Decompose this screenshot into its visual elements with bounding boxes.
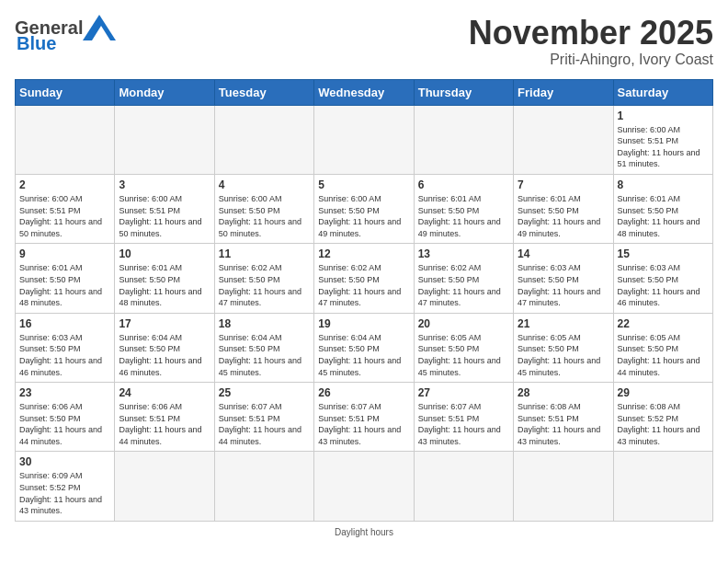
col-saturday: Saturday bbox=[613, 79, 712, 105]
calendar-title-block: November 2025 Priti-Ahingro, Ivory Coast bbox=[469, 15, 713, 68]
day-number: 12 bbox=[318, 247, 409, 260]
table-row: 23Sunrise: 6:06 AMSunset: 5:50 PMDayligh… bbox=[16, 383, 115, 452]
day-info: Sunrise: 6:05 AMSunset: 5:50 PMDaylight:… bbox=[618, 332, 709, 378]
table-row: 10Sunrise: 6:01 AMSunset: 5:50 PMDayligh… bbox=[115, 244, 214, 313]
day-info: Sunrise: 6:02 AMSunset: 5:50 PMDaylight:… bbox=[318, 262, 409, 308]
logo: General Blue bbox=[15, 15, 116, 54]
day-info: Sunrise: 6:09 AMSunset: 5:52 PMDaylight:… bbox=[19, 470, 110, 516]
day-info: Sunrise: 6:06 AMSunset: 5:51 PMDaylight:… bbox=[119, 401, 210, 447]
day-number: 16 bbox=[19, 317, 110, 330]
table-row: 27Sunrise: 6:07 AMSunset: 5:51 PMDayligh… bbox=[414, 383, 513, 452]
day-number: 18 bbox=[219, 317, 310, 330]
table-row: 8Sunrise: 6:01 AMSunset: 5:50 PMDaylight… bbox=[613, 174, 712, 243]
day-info: Sunrise: 6:07 AMSunset: 5:51 PMDaylight:… bbox=[318, 401, 409, 447]
table-row: 1Sunrise: 6:00 AMSunset: 5:51 PMDaylight… bbox=[613, 105, 712, 174]
day-info: Sunrise: 6:08 AMSunset: 5:52 PMDaylight:… bbox=[618, 401, 709, 447]
day-info: Sunrise: 6:02 AMSunset: 5:50 PMDaylight:… bbox=[418, 262, 509, 308]
table-row bbox=[16, 105, 115, 174]
day-number: 24 bbox=[119, 386, 210, 399]
table-row: 22Sunrise: 6:05 AMSunset: 5:50 PMDayligh… bbox=[613, 313, 712, 382]
calendar-header-row: Sunday Monday Tuesday Wednesday Thursday… bbox=[16, 79, 713, 105]
day-number: 19 bbox=[318, 317, 409, 330]
col-monday: Monday bbox=[115, 79, 214, 105]
table-row bbox=[314, 452, 414, 521]
table-row: 20Sunrise: 6:05 AMSunset: 5:50 PMDayligh… bbox=[414, 313, 513, 382]
calendar-table: Sunday Monday Tuesday Wednesday Thursday… bbox=[15, 79, 713, 522]
table-row bbox=[214, 105, 313, 174]
table-row: 16Sunrise: 6:03 AMSunset: 5:50 PMDayligh… bbox=[16, 313, 115, 382]
day-number: 8 bbox=[618, 178, 709, 191]
day-info: Sunrise: 6:04 AMSunset: 5:50 PMDaylight:… bbox=[119, 332, 210, 378]
calendar-row: 30Sunrise: 6:09 AMSunset: 5:52 PMDayligh… bbox=[16, 452, 713, 521]
table-row: 5Sunrise: 6:00 AMSunset: 5:50 PMDaylight… bbox=[314, 174, 414, 243]
day-number: 11 bbox=[219, 247, 310, 260]
table-row bbox=[414, 452, 513, 521]
calendar-row: 16Sunrise: 6:03 AMSunset: 5:50 PMDayligh… bbox=[16, 313, 713, 382]
day-info: Sunrise: 6:00 AMSunset: 5:50 PMDaylight:… bbox=[318, 193, 409, 239]
table-row: 29Sunrise: 6:08 AMSunset: 5:52 PMDayligh… bbox=[613, 383, 712, 452]
day-number: 6 bbox=[418, 178, 509, 191]
col-wednesday: Wednesday bbox=[314, 79, 414, 105]
table-row bbox=[115, 105, 214, 174]
col-tuesday: Tuesday bbox=[214, 79, 313, 105]
calendar-row: 1Sunrise: 6:00 AMSunset: 5:51 PMDaylight… bbox=[16, 105, 713, 174]
day-number: 15 bbox=[618, 247, 709, 260]
table-row: 4Sunrise: 6:00 AMSunset: 5:50 PMDaylight… bbox=[214, 174, 313, 243]
calendar-title: November 2025 bbox=[469, 15, 713, 52]
day-info: Sunrise: 6:01 AMSunset: 5:50 PMDaylight:… bbox=[19, 262, 110, 308]
col-thursday: Thursday bbox=[414, 79, 513, 105]
table-row: 19Sunrise: 6:04 AMSunset: 5:50 PMDayligh… bbox=[314, 313, 414, 382]
day-number: 9 bbox=[19, 247, 110, 260]
day-info: Sunrise: 6:05 AMSunset: 5:50 PMDaylight:… bbox=[518, 332, 609, 378]
day-info: Sunrise: 6:07 AMSunset: 5:51 PMDaylight:… bbox=[418, 401, 509, 447]
day-number: 14 bbox=[518, 247, 609, 260]
day-number: 29 bbox=[618, 386, 709, 399]
table-row: 26Sunrise: 6:07 AMSunset: 5:51 PMDayligh… bbox=[314, 383, 414, 452]
table-row: 25Sunrise: 6:07 AMSunset: 5:51 PMDayligh… bbox=[214, 383, 313, 452]
day-info: Sunrise: 6:00 AMSunset: 5:51 PMDaylight:… bbox=[119, 193, 210, 239]
day-info: Sunrise: 6:00 AMSunset: 5:51 PMDaylight:… bbox=[19, 193, 110, 239]
logo-blue-text: Blue bbox=[17, 33, 56, 54]
table-row bbox=[613, 452, 712, 521]
day-number: 20 bbox=[418, 317, 509, 330]
table-row bbox=[514, 452, 613, 521]
day-number: 25 bbox=[219, 386, 310, 399]
table-row bbox=[115, 452, 214, 521]
table-row: 28Sunrise: 6:08 AMSunset: 5:51 PMDayligh… bbox=[514, 383, 613, 452]
calendar-subtitle: Priti-Ahingro, Ivory Coast bbox=[469, 52, 713, 68]
table-row: 2Sunrise: 6:00 AMSunset: 5:51 PMDaylight… bbox=[16, 174, 115, 243]
calendar-row: 2Sunrise: 6:00 AMSunset: 5:51 PMDaylight… bbox=[16, 174, 713, 243]
day-info: Sunrise: 6:07 AMSunset: 5:51 PMDaylight:… bbox=[219, 401, 310, 447]
day-info: Sunrise: 6:01 AMSunset: 5:50 PMDaylight:… bbox=[618, 193, 709, 239]
day-info: Sunrise: 6:01 AMSunset: 5:50 PMDaylight:… bbox=[119, 262, 210, 308]
table-row: 11Sunrise: 6:02 AMSunset: 5:50 PMDayligh… bbox=[214, 244, 313, 313]
day-info: Sunrise: 6:04 AMSunset: 5:50 PMDaylight:… bbox=[318, 332, 409, 378]
day-number: 23 bbox=[19, 386, 110, 399]
day-number: 13 bbox=[418, 247, 509, 260]
day-info: Sunrise: 6:03 AMSunset: 5:50 PMDaylight:… bbox=[518, 262, 609, 308]
day-number: 22 bbox=[618, 317, 709, 330]
day-number: 7 bbox=[518, 178, 609, 191]
page-header: General Blue November 2025 Priti-Ahingro… bbox=[15, 15, 713, 68]
table-row: 12Sunrise: 6:02 AMSunset: 5:50 PMDayligh… bbox=[314, 244, 414, 313]
table-row bbox=[514, 105, 613, 174]
table-row: 6Sunrise: 6:01 AMSunset: 5:50 PMDaylight… bbox=[414, 174, 513, 243]
day-info: Sunrise: 6:02 AMSunset: 5:50 PMDaylight:… bbox=[219, 262, 310, 308]
day-info: Sunrise: 6:03 AMSunset: 5:50 PMDaylight:… bbox=[19, 332, 110, 378]
day-info: Sunrise: 6:04 AMSunset: 5:50 PMDaylight:… bbox=[219, 332, 310, 378]
day-number: 2 bbox=[19, 178, 110, 191]
col-sunday: Sunday bbox=[16, 79, 115, 105]
day-info: Sunrise: 6:03 AMSunset: 5:50 PMDaylight:… bbox=[618, 262, 709, 308]
day-number: 4 bbox=[219, 178, 310, 191]
calendar-row: 9Sunrise: 6:01 AMSunset: 5:50 PMDaylight… bbox=[16, 244, 713, 313]
table-row: 14Sunrise: 6:03 AMSunset: 5:50 PMDayligh… bbox=[514, 244, 613, 313]
footer-note: Daylight hours bbox=[15, 527, 713, 537]
table-row: 3Sunrise: 6:00 AMSunset: 5:51 PMDaylight… bbox=[115, 174, 214, 243]
table-row: 15Sunrise: 6:03 AMSunset: 5:50 PMDayligh… bbox=[613, 244, 712, 313]
table-row: 24Sunrise: 6:06 AMSunset: 5:51 PMDayligh… bbox=[115, 383, 214, 452]
calendar-row: 23Sunrise: 6:06 AMSunset: 5:50 PMDayligh… bbox=[16, 383, 713, 452]
day-info: Sunrise: 6:01 AMSunset: 5:50 PMDaylight:… bbox=[518, 193, 609, 239]
logo-blue-icon bbox=[83, 15, 116, 40]
day-info: Sunrise: 6:00 AMSunset: 5:51 PMDaylight:… bbox=[618, 124, 709, 170]
day-info: Sunrise: 6:01 AMSunset: 5:50 PMDaylight:… bbox=[418, 193, 509, 239]
